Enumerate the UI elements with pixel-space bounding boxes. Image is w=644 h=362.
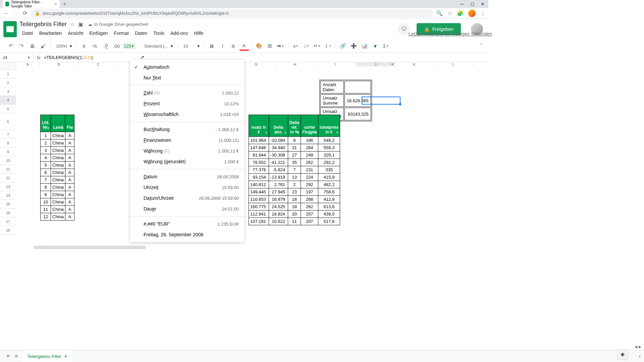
table-row[interactable]: 107.19110.62211207517,8 bbox=[249, 218, 340, 225]
col-header-I[interactable]: I bbox=[315, 62, 356, 66]
col-header-B[interactable]: B bbox=[40, 62, 78, 66]
row-header-12[interactable]: 12 bbox=[0, 174, 16, 182]
format-option[interactable]: Finanzwesen(1.000,12) bbox=[130, 135, 244, 145]
row-header-17[interactable]: 17 bbox=[0, 217, 16, 226]
filter-toggle-icon[interactable]: ≡ bbox=[47, 126, 49, 130]
rotate-icon[interactable]: ⤹▼ bbox=[323, 41, 333, 51]
menu-daten[interactable]: Daten bbox=[132, 29, 150, 37]
table-row[interactable]: 140.8122.7612292482,2 bbox=[249, 181, 340, 188]
table-row[interactable]: 76.552-41.22135262292,2 bbox=[249, 159, 340, 166]
horizontal-scrollbar[interactable] bbox=[34, 246, 146, 249]
format-option[interactable]: Wissenschaftlich1,01E+03 bbox=[130, 109, 244, 120]
font-size-dropdown[interactable]: 10▼ bbox=[180, 44, 201, 49]
select-all-corner[interactable] bbox=[0, 62, 16, 70]
col-header-A[interactable]: A bbox=[16, 62, 40, 66]
table-row[interactable]: 149.44527.94523197758,6 bbox=[249, 188, 340, 196]
table-header[interactable]: Delta abs.≡ bbox=[269, 115, 288, 137]
table-row[interactable]: 77.376-5.8247231335 bbox=[249, 166, 340, 174]
chart-icon[interactable]: 📊 bbox=[360, 41, 369, 51]
table-row[interactable]: 9ChinaA bbox=[41, 191, 74, 198]
sheets-logo-icon[interactable] bbox=[3, 21, 17, 37]
col-header-C[interactable]: C bbox=[78, 62, 118, 66]
format-option[interactable]: Währung (gerundet)1.000 € bbox=[130, 156, 244, 167]
menu-tools[interactable]: Tools bbox=[151, 29, 167, 37]
row-header-15[interactable]: 15 bbox=[0, 200, 16, 208]
table-header[interactable]: Land≡ bbox=[51, 115, 65, 132]
filter-toggle-icon[interactable]: ≡ bbox=[298, 131, 300, 134]
col-header-L[interactable]: L bbox=[434, 62, 473, 66]
reload-icon[interactable]: ⟳ bbox=[21, 10, 28, 17]
row-header-14[interactable]: 14 bbox=[0, 191, 16, 200]
filter-icon[interactable]: ▼ bbox=[371, 41, 380, 51]
table-row[interactable]: 101.964-10.0849186548,2 bbox=[249, 137, 340, 144]
row-header-4[interactable]: 4 bbox=[0, 96, 16, 105]
row-header-13[interactable]: 13 bbox=[0, 182, 16, 191]
table-row[interactable]: 7ChinaA bbox=[41, 176, 74, 184]
row-header-6[interactable]: 6 bbox=[0, 113, 16, 130]
row-header-8[interactable]: 8 bbox=[0, 139, 16, 147]
format-option[interactable]: Datum/Uhrzeit26.09.2008 15:59:00 bbox=[130, 193, 244, 203]
borders-icon[interactable]: ⊞ bbox=[265, 41, 275, 51]
table-header[interactable]: uchte Flugpla≡ bbox=[301, 115, 318, 137]
redo-icon[interactable]: ↷ bbox=[17, 41, 26, 51]
row-header-18[interactable]: 18 bbox=[0, 226, 16, 235]
decrease-decimal-icon[interactable]: .0̲ bbox=[101, 41, 110, 51]
format-option[interactable]: Nur Text bbox=[130, 72, 244, 83]
profile-avatar[interactable] bbox=[468, 10, 476, 17]
menu-format[interactable]: Format bbox=[111, 29, 131, 37]
col-header-H[interactable]: H bbox=[276, 62, 315, 66]
italic-icon[interactable]: I bbox=[218, 41, 227, 51]
font-dropdown[interactable]: Standard (...▼ bbox=[142, 44, 175, 49]
table-header[interactable]: Flu≡ bbox=[65, 115, 74, 132]
col-dropdown-icon[interactable]: ▼ bbox=[391, 63, 394, 66]
format-option[interactable]: #,##0 "EUR"1.235 EUR bbox=[130, 219, 244, 229]
row-header-10[interactable]: 10 bbox=[0, 156, 16, 165]
menu-hilfe[interactable]: Hilfe bbox=[191, 29, 206, 37]
table-row[interactable]: 5ChinaA bbox=[41, 162, 74, 169]
format-option[interactable]: Zahl(N)1.000,12 bbox=[130, 87, 244, 98]
comment-icon[interactable]: ➕ bbox=[349, 41, 359, 51]
table-header[interactable]: nsatz in €≡ bbox=[249, 115, 269, 137]
row-header-7[interactable]: 7 bbox=[0, 130, 16, 139]
row-header-1[interactable]: 1 bbox=[0, 70, 16, 78]
row-header-9[interactable]: 9 bbox=[0, 147, 16, 156]
back-icon[interactable]: ← bbox=[3, 10, 9, 17]
browser-tab[interactable]: Teilergebnis Filter - Google Tabe × bbox=[3, 0, 60, 8]
new-tab-button[interactable]: + bbox=[63, 1, 66, 7]
minimize-icon[interactable]: — bbox=[460, 2, 464, 6]
close-tab-icon[interactable]: × bbox=[54, 2, 57, 7]
table-row[interactable]: 11ChinaA bbox=[41, 206, 74, 213]
format-option[interactable]: Freitag, 26. September 2008 bbox=[130, 229, 244, 240]
collapse-toolbar-icon[interactable]: ˆ bbox=[481, 43, 482, 49]
menu-bearbeiten[interactable]: Bearbeiten bbox=[37, 29, 65, 37]
maximize-icon[interactable]: ▢ bbox=[471, 2, 474, 6]
fill-color-icon[interactable]: 🎨 bbox=[255, 41, 264, 51]
functions-icon[interactable]: Σ▼ bbox=[381, 41, 391, 51]
menu-einfügen[interactable]: Einfügen bbox=[87, 29, 110, 37]
extensions-icon[interactable]: 🧩 bbox=[457, 10, 464, 16]
number-format-dropdown[interactable]: 123▼ bbox=[122, 43, 136, 49]
comments-icon[interactable]: 🗨 bbox=[398, 23, 410, 35]
table-row[interactable]: 6ChinaA bbox=[41, 169, 74, 176]
strikethrough-icon[interactable]: S bbox=[229, 41, 238, 51]
star-icon[interactable]: ☆ bbox=[70, 21, 75, 27]
valign-icon[interactable]: ↕▼ bbox=[302, 41, 311, 51]
name-box[interactable]: J4▼ bbox=[0, 53, 34, 62]
format-option[interactable]: Datum26.09.2008 bbox=[130, 171, 244, 182]
table-row[interactable]: 112.94118.82420257439,5 bbox=[249, 210, 340, 218]
paint-format-icon[interactable]: 🖌 bbox=[38, 41, 48, 51]
table-header[interactable]: icketpreis in €≡ bbox=[318, 115, 340, 137]
row-header-11[interactable]: 11 bbox=[0, 165, 16, 174]
row-header-3[interactable]: 3 bbox=[0, 87, 16, 96]
table-row[interactable]: 1ChinaA bbox=[41, 132, 74, 139]
format-option[interactable]: ✓Automatisch bbox=[130, 62, 244, 72]
halign-icon[interactable]: ≡▼ bbox=[291, 41, 301, 51]
move-icon[interactable]: ▣ bbox=[78, 21, 83, 27]
filter-toggle-icon[interactable]: ≡ bbox=[315, 131, 317, 134]
formula-input[interactable]: =TEILERGEBNIS(1;G:G) bbox=[44, 55, 93, 60]
table-header[interactable]: Delta rel. in %≡ bbox=[288, 115, 301, 137]
format-option[interactable]: Uhrzeit15:59:00 bbox=[130, 182, 244, 193]
increase-decimal-icon[interactable]: .00 bbox=[112, 41, 121, 51]
bold-icon[interactable]: B bbox=[207, 41, 217, 51]
table-row[interactable]: 110.65316.87918268412,9 bbox=[249, 196, 340, 203]
